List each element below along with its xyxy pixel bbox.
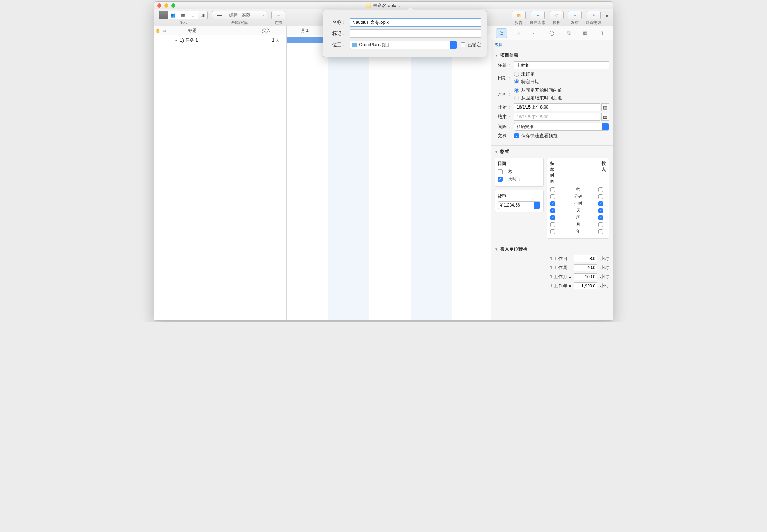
format-duration-header: 持续时间 <box>550 161 558 184</box>
document-title[interactable]: 未命名.oplx ⌄ <box>366 2 401 9</box>
dur-sec-checkbox[interactable] <box>550 187 555 192</box>
toolbar-overflow-button[interactable]: » <box>603 11 610 19</box>
toolbar-label-impact: 影响因素 <box>530 20 545 25</box>
date-undetermined-radio[interactable]: 未确定 <box>514 71 539 77</box>
save-tag-input[interactable] <box>350 29 481 38</box>
close-window-button[interactable] <box>157 4 161 8</box>
conv-week-label: 1 工作周 = <box>550 265 571 271</box>
connect-button[interactable]: ⎓ <box>271 11 285 19</box>
conv-month-label: 1 工作月 = <box>550 274 571 280</box>
inspector-tab-milestones[interactable]: ◇ <box>513 28 524 38</box>
dur-month-checkbox[interactable] <box>550 222 555 227</box>
eff-day-checkbox[interactable] <box>598 208 603 213</box>
granularity-select[interactable]: 精确安排 <box>514 123 609 131</box>
inspector-tab-title: 项目 <box>491 40 613 49</box>
direction-forward-radio[interactable]: 从固定开始时间向前 <box>514 87 562 93</box>
toolbar-label-report: 报告 <box>515 20 523 25</box>
field-label-title: 标题： <box>495 62 511 68</box>
section-conversion-header[interactable]: ▼投入单位转换 <box>495 246 609 252</box>
conv-year-input[interactable] <box>574 282 597 289</box>
direction-backward-radio[interactable]: 从固定结束时间后退 <box>514 95 562 101</box>
end-date-input[interactable] <box>514 113 600 121</box>
eff-hour-checkbox[interactable] <box>598 201 603 206</box>
format-seconds-checkbox[interactable]: 秒 <box>498 169 540 175</box>
project-title-input[interactable] <box>514 61 609 69</box>
format-currency-label: 货币 <box>498 193 540 199</box>
field-label-end: 结束： <box>495 114 511 120</box>
eff-month-checkbox[interactable] <box>598 222 603 227</box>
impact-button[interactable]: ☁ <box>531 11 545 19</box>
popover-name-label: 名称： <box>329 19 346 26</box>
section-project-info-header[interactable]: ▼项目信息 <box>495 52 609 58</box>
zoom-window-button[interactable] <box>171 4 175 8</box>
format-daytime-checkbox[interactable]: 天时间 <box>498 176 540 182</box>
folder-icon <box>352 43 357 47</box>
inspector-panel: 🗂 ◇ ▭ ◯ ▨ ▦ ▯ 项目 ▼项目信息 标题： 日期： 未确定 <box>491 26 613 320</box>
baseline-dropdown[interactable]: 编辑：实际⌃⌄ <box>227 11 267 19</box>
save-name-input[interactable] <box>350 18 481 27</box>
field-label-date: 日期： <box>495 75 511 81</box>
inspector-tab-project[interactable]: 🗂 <box>496 28 507 38</box>
view-resources-button[interactable]: 👥 <box>168 11 178 19</box>
dur-year-checkbox[interactable] <box>550 229 555 234</box>
publish-button[interactable]: ☁ <box>568 11 582 19</box>
eff-year-checkbox[interactable] <box>598 229 603 234</box>
task-row[interactable]: • 1) 任务 1 1 天 <box>154 35 286 45</box>
gantt-task-bar[interactable] <box>287 37 328 43</box>
eff-min-checkbox[interactable] <box>598 194 603 199</box>
titlebar: 未命名.oplx ⌄ <box>154 2 613 9</box>
toolbar-label-simulate: 模拟 <box>553 20 560 25</box>
document-filename: 未命名.oplx <box>373 2 396 9</box>
view-styles-button[interactable]: ◨ <box>198 11 208 19</box>
simulate-button[interactable]: ◇ <box>550 11 564 19</box>
column-header-effort[interactable]: 投入 <box>262 28 286 34</box>
inspector-tab-styles[interactable]: ▨ <box>563 28 574 38</box>
toolbar-label-track: 跟踪更改 <box>586 20 601 25</box>
conv-month-input[interactable] <box>574 273 597 280</box>
conv-week-input[interactable] <box>574 264 597 271</box>
task-bullet-icon: • <box>175 38 177 43</box>
report-button[interactable]: ▦ <box>512 11 526 19</box>
inspector-tab-attachments[interactable]: ▯ <box>596 28 608 38</box>
eff-sec-checkbox[interactable] <box>598 187 603 192</box>
track-changes-button[interactable]: ▲ <box>587 11 601 19</box>
gantt-chart[interactable] <box>287 35 491 320</box>
inspector-tab-resource[interactable]: ◯ <box>546 28 557 38</box>
toolbar-label-display: 显示 <box>179 20 187 25</box>
eff-week-checkbox[interactable] <box>598 215 603 220</box>
dur-week-checkbox[interactable] <box>550 215 555 220</box>
dur-hour-checkbox[interactable] <box>550 201 555 206</box>
field-label-granularity: 间隔： <box>495 124 511 130</box>
end-calendar-button[interactable]: ▦ <box>601 113 609 121</box>
popover-location-label: 位置： <box>329 42 346 48</box>
field-label-start: 开始： <box>495 104 511 110</box>
inspector-tab-custom[interactable]: ▦ <box>580 28 591 38</box>
conv-day-label: 1 工作日 = <box>550 255 571 262</box>
section-formats-header[interactable]: ▼格式 <box>495 148 609 155</box>
view-calendar-button[interactable]: ▦ <box>178 11 188 19</box>
column-header-title[interactable]: 标题 <box>167 28 262 34</box>
date-specific-radio[interactable]: 特定日期 <box>514 79 539 85</box>
app-window: 未命名.oplx ⌄ 👥 ▦ ⊞ ◨ 显示 ▬ 编辑：实际⌃⌄ 基线/实际 ⎓ … <box>154 1 613 321</box>
locked-checkbox[interactable]: 已锁定 <box>461 42 481 48</box>
notes-column-icon[interactable]: ▭ <box>161 28 167 33</box>
view-network-button[interactable]: ⊞ <box>188 11 198 19</box>
currency-select[interactable]: ¥ 1,234.56 <box>498 201 540 209</box>
view-gantt-button[interactable] <box>159 11 168 19</box>
start-date-input[interactable] <box>514 103 600 111</box>
minimize-window-button[interactable] <box>164 4 168 8</box>
conv-day-input[interactable] <box>574 255 597 262</box>
quicklook-checkbox[interactable]: 保存快速查看预览 <box>514 133 558 139</box>
start-calendar-button[interactable]: ▦ <box>601 103 609 111</box>
field-label-direction: 方向： <box>495 91 511 97</box>
inspector-tab-task[interactable]: ▭ <box>530 28 541 38</box>
dur-min-checkbox[interactable] <box>550 194 555 199</box>
toolbar-label-publish: 发布 <box>571 20 579 25</box>
violations-column-icon[interactable]: ✋ <box>154 28 161 33</box>
dur-day-checkbox[interactable] <box>550 208 555 213</box>
baseline-toggle[interactable]: ▬ <box>212 11 227 19</box>
save-location-select[interactable]: OmniPlan 项目 <box>350 41 457 49</box>
task-title: 1) 任务 1 <box>180 37 198 43</box>
gantt-panel: 一月 1 <box>287 26 491 320</box>
format-date-label: 日期 <box>498 161 540 167</box>
